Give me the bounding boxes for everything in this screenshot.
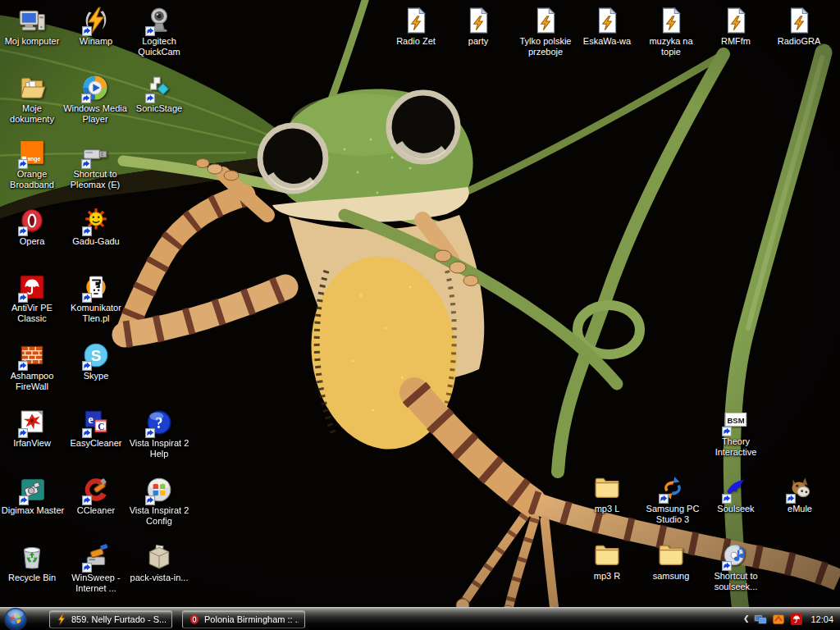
icon-label: SonicStage (136, 103, 182, 114)
shortcut-to-pleomax-icon (81, 139, 109, 167)
desktop-icon-rmffm[interactable]: RMFfm (703, 7, 769, 47)
komunikator-tlen-icon (82, 273, 110, 301)
icon-label: Radio Zet (396, 36, 436, 47)
desktop-icon-tylko-polskie-przeboje[interactable]: Tylko polskie przeboje (513, 7, 578, 58)
svg-text:?: ? (155, 415, 162, 431)
desktop-icon-shortcut-to-pleomax[interactable]: Shortcut to Pleomax (E) (62, 139, 128, 191)
samsung-pc-studio-3-icon (659, 474, 687, 502)
icon-label: Orange Broadband (0, 169, 65, 191)
muzyka-na-topie-icon (657, 7, 685, 34)
icon-label: Soulseek (717, 504, 754, 514)
icon-label: Tylko polskie przeboje (513, 36, 578, 58)
desktop-icon-emule[interactable]: eMule (767, 474, 833, 514)
start-button[interactable] (3, 607, 28, 630)
desktop-icon-samsung[interactable]: samsung (638, 541, 704, 582)
desktop-icon-mp3-l[interactable]: mp3 L (574, 474, 640, 514)
vista-inspirat-2-help-icon: ? (145, 409, 173, 436)
desktop-icon-party[interactable]: party (445, 7, 511, 47)
desktop-icon-muzyka-na-topie[interactable]: muzyka na topie (638, 7, 704, 58)
desktop-icon-sonicstage[interactable]: SonicStage (126, 74, 192, 114)
tylko-polskie-przeboje-icon (532, 7, 559, 34)
radiogra-icon (785, 7, 813, 34)
taskbar: 859. Nelly Furtado - S... Polonia Birmin… (0, 607, 840, 630)
desktop-icon-digimax-master[interactable]: Digimax Master (0, 476, 66, 516)
opera-icon (18, 207, 46, 235)
icon-label: Moje dokumenty (0, 103, 65, 126)
desktop-icon-antivir-pe-classic[interactable]: AntiVir PE Classic (0, 273, 65, 325)
desktop-icon-easycleaner[interactable]: eCEasyCleaner (63, 409, 129, 449)
icon-label: Skype (84, 371, 109, 381)
icon-label: AntiVir PE Classic (0, 303, 65, 325)
desktop-icon-opera[interactable]: Opera (0, 207, 65, 247)
desktop-icon-komunikator-tlen[interactable]: Komunikator Tlen.pl (63, 273, 129, 325)
desktop-icon-winamp[interactable]: Winamp (63, 7, 129, 47)
icon-label: Vista Inspirat 2 Config (126, 505, 192, 527)
desktop-icon-ccleaner[interactable]: CCleaner (63, 476, 129, 516)
shortcut-to-soulseek-icon (722, 541, 750, 569)
desktop-icon-radio-zet[interactable]: Radio Zet (383, 7, 449, 47)
desktop-icon-radiogra[interactable]: RadioGRA (766, 7, 832, 47)
mp3-r-icon (593, 541, 621, 569)
desktop-icon-orange-broadband[interactable]: angeOrange Broadband (0, 139, 65, 191)
desktop-icon-irfanview[interactable]: IrfanView (0, 409, 65, 449)
desktop-icon-ashampoo-firewall[interactable]: Ashampoo FireWall (0, 341, 65, 393)
icon-label: Samsung PC Studio 3 (640, 504, 705, 526)
icon-label: WinSweep - Internet ... (63, 573, 129, 595)
icon-label: IrfanView (13, 438, 51, 449)
emule-icon (786, 474, 814, 502)
desktop-icon-vista-inspirat-2-help[interactable]: ?Vista Inspirat 2 Help (126, 409, 192, 460)
winsweep-internet-icon (82, 543, 110, 571)
tlen-tray-icon[interactable] (772, 613, 785, 626)
desktop-icon-logitech-quickcam[interactable]: Logitech QuickCam (126, 7, 192, 58)
recycle-bin-icon (18, 543, 46, 571)
icon-label: Logitech QuickCam (126, 36, 192, 58)
soulseek-icon (722, 474, 750, 502)
desktop-icon-eskawa-wa[interactable]: EskaWa-wa (574, 7, 640, 47)
task-label: 859. Nelly Furtado - S... (71, 614, 166, 624)
taskbar-task-winamp[interactable]: 859. Nelly Furtado - S... (49, 610, 172, 628)
icon-label: samsung (653, 571, 690, 582)
desktop-icon-soulseek[interactable]: Soulseek (703, 474, 769, 514)
desktop-icon-skype[interactable]: SSkype (63, 341, 129, 381)
icon-label: mp3 R (594, 571, 620, 582)
icon-label: Gadu-Gadu (72, 236, 119, 247)
sonicstage-icon (145, 74, 173, 102)
antivir-tray-icon[interactable] (790, 613, 803, 626)
desktop-icons: Moj komputerWinampLogitech QuickCamRadio… (0, 0, 840, 630)
moj-komputer-icon (18, 7, 46, 34)
winamp-icon (56, 614, 67, 625)
desktop-icon-samsung-pc-studio-3[interactable]: Samsung PC Studio 3 (640, 474, 705, 526)
svg-text:C: C (98, 422, 104, 432)
desktop-icon-windows-media-player[interactable]: Windows Media Player (62, 74, 128, 126)
icon-label: Theory Interactive (703, 436, 769, 459)
vista-inspirat-2-config-icon (145, 476, 173, 504)
desktop-icon-mp3-r[interactable]: mp3 R (574, 541, 640, 582)
desktop-icon-gadu-gadu[interactable]: Gadu-Gadu (63, 207, 129, 247)
desktop-icon-winsweep-internet[interactable]: WinSweep - Internet ... (63, 543, 129, 595)
icon-label: muzyka na topie (638, 36, 704, 58)
mp3-l-icon (593, 474, 621, 502)
eskawa-wa-icon (593, 7, 621, 34)
windows-orb-icon (3, 607, 28, 630)
desktop-icon-pack-vista-in[interactable]: pack-vista-in... (126, 543, 192, 583)
antivir-pe-classic-icon (18, 273, 46, 301)
theory-interactive-icon: BSM (722, 407, 750, 435)
radio-zet-icon (402, 7, 430, 34)
icon-label: Moj komputer (5, 36, 60, 47)
desktop-icon-moj-komputer[interactable]: Moj komputer (0, 7, 65, 47)
desktop-icon-moje-dokumenty[interactable]: Moje dokumenty (0, 74, 65, 126)
tray-collapse-chevron-icon[interactable]: ❮ (743, 615, 750, 623)
skype-icon: S (82, 341, 110, 369)
icon-label: Shortcut to soulseek... (703, 571, 769, 593)
desktop-icon-vista-inspirat-2-config[interactable]: Vista Inspirat 2 Config (126, 476, 192, 527)
system-tray: ❮ 12:04 (743, 613, 840, 626)
svg-text:S: S (91, 347, 102, 364)
desktop-icon-recycle-bin[interactable]: Recycle Bin (0, 543, 65, 583)
ashampoo-firewall-icon (18, 341, 46, 369)
icon-label: RMFfm (721, 36, 751, 47)
network-tray-icon[interactable] (754, 613, 767, 626)
desktop-icon-shortcut-to-soulseek[interactable]: Shortcut to soulseek... (703, 541, 769, 593)
windows-media-player-icon (81, 74, 109, 102)
desktop-icon-theory-interactive[interactable]: BSMTheory Interactive (703, 407, 769, 459)
taskbar-task-opera[interactable]: Polonia Birmingham :: ... (182, 610, 305, 628)
